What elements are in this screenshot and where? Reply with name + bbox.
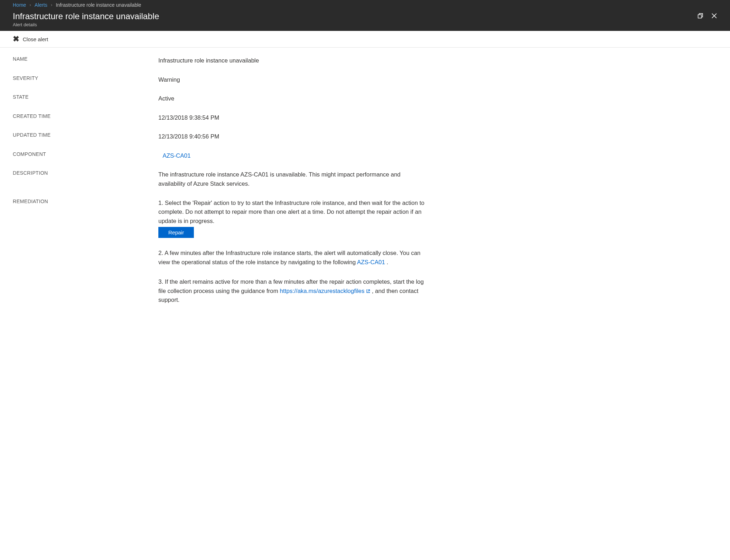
external-link-icon: [366, 287, 370, 291]
value-created: 12/13/2018 9:38:54 PM: [158, 113, 427, 123]
remediation-step2b: .: [385, 259, 388, 265]
label-name: NAME: [13, 56, 158, 62]
label-remediation: REMEDIATION: [13, 199, 158, 204]
close-icon[interactable]: [711, 13, 717, 20]
restore-icon[interactable]: [697, 13, 703, 20]
value-updated: 12/13/2018 9:40:56 PM: [158, 132, 427, 141]
close-alert-button[interactable]: ✖ Close alert: [13, 34, 48, 44]
breadcrumb-home[interactable]: Home: [13, 2, 26, 8]
svg-rect-0: [698, 15, 702, 18]
breadcrumb-current: Infrastructure role instance unavailable: [56, 2, 141, 8]
remediation-step2-link[interactable]: AZS-CA01: [357, 259, 385, 265]
value-remediation: 1. Select the 'Repair' action to try to …: [158, 199, 427, 316]
page-title: Infrastructure role instance unavailable: [13, 11, 697, 21]
value-description: The infrastructure role instance AZS-CA0…: [158, 170, 427, 188]
value-severity: Warning: [158, 75, 427, 85]
close-alert-label: Close alert: [23, 36, 48, 42]
repair-button[interactable]: Repair: [158, 227, 194, 238]
remediation-step1: 1. Select the 'Repair' action to try to …: [158, 200, 424, 224]
alert-details: NAME Infrastructure role instance unavai…: [0, 48, 440, 343]
breadcrumb: Home › Alerts › Infrastructure role inst…: [0, 0, 730, 10]
component-link[interactable]: AZS-CA01: [158, 152, 191, 159]
chevron-right-icon: ›: [51, 2, 52, 7]
chevron-right-icon: ›: [29, 2, 31, 7]
breadcrumb-alerts[interactable]: Alerts: [34, 2, 47, 8]
label-severity: SEVERITY: [13, 75, 158, 81]
page-subtitle: Alert details: [13, 22, 697, 27]
label-created: CREATED TIME: [13, 113, 158, 119]
value-name: Infrastructure role instance unavailable: [158, 56, 427, 65]
remediation-step3-link[interactable]: https://aka.ms/azurestacklogfiles: [280, 288, 364, 294]
label-updated: UPDATED TIME: [13, 132, 158, 138]
value-component: AZS-CA01: [158, 151, 427, 161]
label-state: STATE: [13, 94, 158, 100]
value-state: Active: [158, 94, 427, 103]
x-icon: ✖: [13, 34, 19, 44]
label-component: COMPONENT: [13, 151, 158, 157]
label-description: DESCRIPTION: [13, 170, 158, 176]
